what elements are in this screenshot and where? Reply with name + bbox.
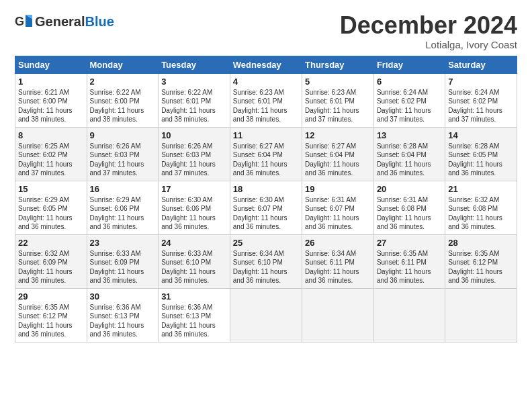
calendar-cell: 12Sunrise: 6:27 AM Sunset: 6:04 PM Dayli…: [302, 127, 374, 181]
calendar-header-saturday: Saturday: [445, 56, 517, 73]
day-number: 5: [305, 77, 371, 87]
day-number: 13: [377, 130, 442, 140]
calendar-cell: 1Sunrise: 6:21 AM Sunset: 6:00 PM Daylig…: [15, 73, 87, 127]
svg-text:G: G: [15, 15, 24, 28]
calendar-cell: 23Sunrise: 6:33 AM Sunset: 6:09 PM Dayli…: [87, 234, 159, 288]
calendar-cell: 20Sunrise: 6:31 AM Sunset: 6:08 PM Dayli…: [373, 181, 445, 234]
day-number: 3: [161, 77, 227, 87]
day-info: Sunrise: 6:34 AM Sunset: 6:10 PM Dayligh…: [233, 249, 299, 285]
day-number: 20: [377, 184, 442, 194]
day-info: Sunrise: 6:34 AM Sunset: 6:11 PM Dayligh…: [305, 249, 371, 285]
calendar-header-tuesday: Tuesday: [159, 56, 230, 73]
logo: G GeneralBlue: [15, 12, 114, 31]
day-info: Sunrise: 6:31 AM Sunset: 6:08 PM Dayligh…: [377, 195, 442, 232]
day-info: Sunrise: 6:35 AM Sunset: 6:11 PM Dayligh…: [377, 249, 442, 285]
day-info: Sunrise: 6:35 AM Sunset: 6:12 PM Dayligh…: [18, 303, 84, 339]
day-info: Sunrise: 6:22 AM Sunset: 6:00 PM Dayligh…: [90, 88, 156, 124]
day-number: 18: [233, 184, 299, 194]
day-number: 29: [18, 291, 84, 302]
day-info: Sunrise: 6:36 AM Sunset: 6:13 PM Dayligh…: [161, 303, 227, 339]
calendar-week-5: 29Sunrise: 6:35 AM Sunset: 6:12 PM Dayli…: [15, 288, 517, 342]
day-number: 19: [305, 184, 371, 194]
day-info: Sunrise: 6:27 AM Sunset: 6:04 PM Dayligh…: [233, 142, 299, 178]
calendar-cell: 14Sunrise: 6:28 AM Sunset: 6:05 PM Dayli…: [445, 127, 517, 181]
calendar-cell: 24Sunrise: 6:33 AM Sunset: 6:10 PM Dayli…: [159, 234, 230, 288]
day-info: Sunrise: 6:29 AM Sunset: 6:06 PM Dayligh…: [90, 195, 156, 232]
calendar-cell: 9Sunrise: 6:26 AM Sunset: 6:03 PM Daylig…: [87, 127, 159, 181]
logo-blue: Blue: [85, 14, 114, 30]
day-info: Sunrise: 6:33 AM Sunset: 6:09 PM Dayligh…: [90, 249, 156, 285]
calendar-cell: 7Sunrise: 6:24 AM Sunset: 6:02 PM Daylig…: [445, 73, 517, 127]
day-number: 8: [18, 130, 84, 140]
calendar-cell: 30Sunrise: 6:36 AM Sunset: 6:13 PM Dayli…: [87, 288, 159, 342]
calendar-cell: 3Sunrise: 6:22 AM Sunset: 6:01 PM Daylig…: [159, 73, 230, 127]
day-number: 31: [161, 291, 227, 302]
calendar-cell: 26Sunrise: 6:34 AM Sunset: 6:11 PM Dayli…: [302, 234, 374, 288]
day-number: 17: [161, 184, 227, 194]
calendar-cell: [302, 288, 374, 342]
calendar-cell: 27Sunrise: 6:35 AM Sunset: 6:11 PM Dayli…: [373, 234, 445, 288]
day-info: Sunrise: 6:31 AM Sunset: 6:07 PM Dayligh…: [305, 195, 371, 232]
calendar-cell: 28Sunrise: 6:35 AM Sunset: 6:12 PM Dayli…: [445, 234, 517, 288]
day-number: 10: [161, 130, 227, 140]
day-number: 14: [448, 130, 514, 140]
calendar-week-4: 22Sunrise: 6:32 AM Sunset: 6:09 PM Dayli…: [15, 234, 517, 288]
day-number: 4: [233, 77, 299, 87]
calendar-cell: 15Sunrise: 6:29 AM Sunset: 6:05 PM Dayli…: [15, 181, 87, 234]
day-info: Sunrise: 6:30 AM Sunset: 6:07 PM Dayligh…: [233, 195, 299, 232]
day-info: Sunrise: 6:21 AM Sunset: 6:00 PM Dayligh…: [18, 88, 84, 124]
title-area: December 2024 Lotialga, Ivory Coast: [340, 12, 517, 50]
page: G GeneralBlue December 2024 Lotialga, Iv…: [0, 0, 532, 411]
day-number: 1: [18, 77, 84, 87]
day-number: 9: [90, 130, 156, 140]
day-info: Sunrise: 6:29 AM Sunset: 6:05 PM Dayligh…: [18, 195, 84, 232]
day-number: 11: [233, 130, 299, 140]
calendar-cell: 19Sunrise: 6:31 AM Sunset: 6:07 PM Dayli…: [302, 181, 374, 234]
logo-icon: G: [15, 12, 34, 31]
calendar-cell: 4Sunrise: 6:23 AM Sunset: 6:01 PM Daylig…: [230, 73, 302, 127]
day-number: 28: [448, 238, 514, 248]
calendar-cell: [445, 288, 517, 342]
calendar-header-row: SundayMondayTuesdayWednesdayThursdayFrid…: [15, 56, 517, 73]
calendar-cell: 10Sunrise: 6:26 AM Sunset: 6:03 PM Dayli…: [159, 127, 230, 181]
calendar-cell: [230, 288, 302, 342]
day-number: 15: [18, 184, 84, 194]
day-info: Sunrise: 6:22 AM Sunset: 6:01 PM Dayligh…: [161, 88, 227, 124]
day-info: Sunrise: 6:33 AM Sunset: 6:10 PM Dayligh…: [161, 249, 227, 285]
day-info: Sunrise: 6:32 AM Sunset: 6:09 PM Dayligh…: [18, 249, 84, 285]
day-info: Sunrise: 6:28 AM Sunset: 6:05 PM Dayligh…: [448, 142, 514, 178]
calendar-header-wednesday: Wednesday: [230, 56, 302, 73]
calendar-cell: 21Sunrise: 6:32 AM Sunset: 6:08 PM Dayli…: [445, 181, 517, 234]
day-info: Sunrise: 6:30 AM Sunset: 6:06 PM Dayligh…: [161, 195, 227, 232]
calendar-cell: 18Sunrise: 6:30 AM Sunset: 6:07 PM Dayli…: [230, 181, 302, 234]
calendar-table: SundayMondayTuesdayWednesdayThursdayFrid…: [15, 56, 517, 342]
day-number: 21: [448, 184, 514, 194]
day-info: Sunrise: 6:23 AM Sunset: 6:01 PM Dayligh…: [305, 88, 371, 124]
header: G GeneralBlue December 2024 Lotialga, Iv…: [15, 12, 517, 50]
calendar-cell: [373, 288, 445, 342]
calendar-header-monday: Monday: [87, 56, 159, 73]
day-info: Sunrise: 6:25 AM Sunset: 6:02 PM Dayligh…: [18, 142, 84, 178]
calendar-cell: 13Sunrise: 6:28 AM Sunset: 6:04 PM Dayli…: [373, 127, 445, 181]
day-info: Sunrise: 6:36 AM Sunset: 6:13 PM Dayligh…: [90, 303, 156, 339]
day-info: Sunrise: 6:26 AM Sunset: 6:03 PM Dayligh…: [161, 142, 227, 178]
day-info: Sunrise: 6:24 AM Sunset: 6:02 PM Dayligh…: [377, 88, 442, 124]
day-info: Sunrise: 6:32 AM Sunset: 6:08 PM Dayligh…: [448, 195, 514, 232]
day-info: Sunrise: 6:35 AM Sunset: 6:12 PM Dayligh…: [448, 249, 514, 285]
day-number: 24: [161, 238, 227, 248]
day-info: Sunrise: 6:23 AM Sunset: 6:01 PM Dayligh…: [233, 88, 299, 124]
day-number: 16: [90, 184, 156, 194]
day-info: Sunrise: 6:24 AM Sunset: 6:02 PM Dayligh…: [448, 88, 514, 124]
calendar-cell: 29Sunrise: 6:35 AM Sunset: 6:12 PM Dayli…: [15, 288, 87, 342]
calendar-cell: 5Sunrise: 6:23 AM Sunset: 6:01 PM Daylig…: [302, 73, 374, 127]
calendar-header-sunday: Sunday: [15, 56, 87, 73]
day-info: Sunrise: 6:28 AM Sunset: 6:04 PM Dayligh…: [377, 142, 442, 178]
calendar-week-2: 8Sunrise: 6:25 AM Sunset: 6:02 PM Daylig…: [15, 127, 517, 181]
day-info: Sunrise: 6:26 AM Sunset: 6:03 PM Dayligh…: [90, 142, 156, 178]
month-title: December 2024: [340, 12, 517, 39]
calendar-cell: 25Sunrise: 6:34 AM Sunset: 6:10 PM Dayli…: [230, 234, 302, 288]
calendar-cell: 6Sunrise: 6:24 AM Sunset: 6:02 PM Daylig…: [373, 73, 445, 127]
day-number: 26: [305, 238, 371, 248]
calendar-header-thursday: Thursday: [302, 56, 374, 73]
location: Lotialga, Ivory Coast: [340, 39, 517, 50]
